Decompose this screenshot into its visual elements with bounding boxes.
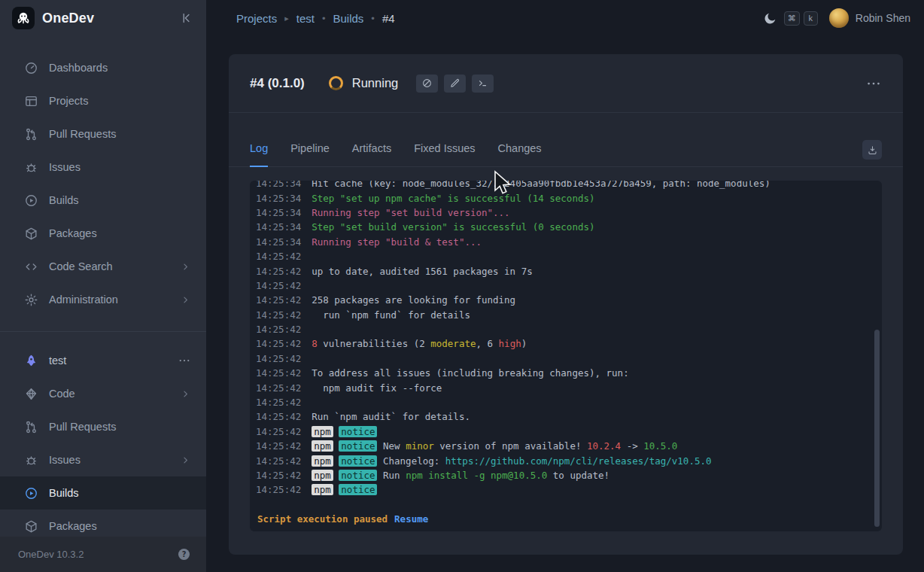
log-text: npm notice New minor version of npm avai… xyxy=(312,440,677,452)
sidebar-item-issues[interactable]: Issues xyxy=(0,151,206,184)
log-scrollbar[interactable] xyxy=(874,330,880,527)
sidebar-project-test[interactable]: test xyxy=(0,344,206,377)
edit-build-button[interactable] xyxy=(444,75,466,93)
onedev-logo-icon[interactable] xyxy=(12,7,35,29)
project-sidebar-item-issues[interactable]: Issues xyxy=(0,443,206,476)
log-timestamp: 14:25:42 xyxy=(256,470,301,481)
tab-changes[interactable]: Changes xyxy=(498,142,542,166)
project-more-button[interactable] xyxy=(178,354,191,367)
log-segment: Running step "build & test"... xyxy=(312,236,482,248)
log-segment: New xyxy=(377,440,406,452)
log-line: 14:25:428 vulnerabilities (2 moderate, 6… xyxy=(256,336,870,351)
theme-toggle-button[interactable] xyxy=(763,11,777,26)
log-line: 14:25:42npm notice Run npm install -g np… xyxy=(256,468,870,482)
log-text: Step "set build version" is successful (… xyxy=(312,221,594,233)
app-root: OneDev DashboardsProjectsPull RequestsIs… xyxy=(0,0,924,572)
sidebar-item-builds[interactable]: Builds xyxy=(0,184,206,217)
chevron-right-icon xyxy=(180,388,191,400)
build-status: Running xyxy=(352,76,398,90)
command-palette-shortcut[interactable]: ⌘k xyxy=(784,11,818,26)
sidebar-collapse-button[interactable] xyxy=(179,11,194,26)
project-sidebar-item-code[interactable]: Code xyxy=(0,377,206,410)
log-text: npm notice xyxy=(312,484,377,495)
help-button[interactable]: ? xyxy=(177,547,191,561)
log-lines: 14:25:34Hit cache (key: node_modules_32/… xyxy=(250,181,882,497)
log-text: run `npm fund` for details xyxy=(312,309,470,321)
sidebar-item-code-search[interactable]: Code Search xyxy=(0,250,206,283)
log-line: 14:25:42up to date, audited 1561 package… xyxy=(256,263,870,278)
tab-artifacts[interactable]: Artifacts xyxy=(352,142,391,166)
project-sidebar-item-builds[interactable]: Builds xyxy=(0,476,206,510)
log-line: 14:25:34Running step "set build version"… xyxy=(256,205,870,220)
log-segment: ) xyxy=(521,338,527,349)
log-timestamp: 14:25:42 xyxy=(256,338,301,349)
shortcut-key: ⌘ xyxy=(784,11,800,26)
user-name[interactable]: Robin Shen xyxy=(856,12,910,24)
chevron-right-icon xyxy=(180,455,191,466)
tab-log[interactable]: Log xyxy=(250,142,268,166)
build-header: #4 (0.1.0) Running xyxy=(229,54,903,113)
menu-item-label: Dashboards xyxy=(49,62,108,74)
sidebar-main-menu: DashboardsProjectsPull RequestsIssuesBui… xyxy=(0,36,206,316)
user-avatar[interactable] xyxy=(829,8,849,28)
sidebar-footer: OneDev 10.3.2 ? xyxy=(0,537,206,572)
sidebar-item-pull-requests[interactable]: Pull Requests xyxy=(0,117,206,151)
topbar-right: ⌘k Robin Shen xyxy=(763,8,910,28)
log-text: npm audit fix --force xyxy=(312,382,442,394)
log-timestamp: 14:25:34 xyxy=(256,236,301,248)
breadcrumb-separator: ▸ xyxy=(284,14,289,23)
log-segment: version of npm available! xyxy=(434,440,587,452)
build-log[interactable]: 14:25:34Hit cache (key: node_modules_32/… xyxy=(250,181,882,531)
sidebar-header: OneDev xyxy=(0,0,206,36)
log-line: 14:25:42 xyxy=(256,249,870,263)
log-timestamp: 14:25:42 xyxy=(256,280,301,291)
app-version: OneDev 10.3.2 xyxy=(18,549,84,560)
menu-item-label: Pull Requests xyxy=(49,421,116,433)
issues-icon xyxy=(24,453,38,467)
breadcrumb-projects[interactable]: Projects xyxy=(236,12,277,25)
breadcrumb-builds[interactable]: Builds xyxy=(333,12,363,25)
log-segment: npm xyxy=(312,484,333,495)
log-text: Step "set up npm cache" is successful (1… xyxy=(312,193,594,204)
terminal-build-button[interactable] xyxy=(472,75,494,93)
menu-item-label: Packages xyxy=(49,520,97,532)
log-timestamp: 14:25:34 xyxy=(256,193,301,204)
sidebar-item-packages[interactable]: Packages xyxy=(0,217,206,250)
log-segment: Changelog: xyxy=(377,455,445,467)
log-segment: notice xyxy=(339,470,377,481)
log-segment: npm audit fix --force xyxy=(312,382,442,394)
log-text: Run `npm audit` for details. xyxy=(312,411,470,422)
log-timestamp: 14:25:42 xyxy=(256,353,301,364)
cancel-build-button[interactable] xyxy=(416,75,438,93)
sidebar-item-projects[interactable]: Projects xyxy=(0,84,206,117)
log-segment: -> xyxy=(621,440,643,452)
log-timestamp: 14:25:42 xyxy=(256,309,301,321)
project-name: test xyxy=(49,354,66,367)
menu-item-label: Packages xyxy=(49,227,97,239)
log-segment: Run xyxy=(377,470,406,481)
sidebar-item-administration[interactable]: Administration xyxy=(0,283,206,316)
chevron-right-icon xyxy=(180,294,191,306)
resume-link[interactable]: Resume xyxy=(394,513,428,525)
build-actions xyxy=(416,75,494,93)
breadcrumb-test[interactable]: test xyxy=(296,12,315,25)
sidebar-item-dashboards[interactable]: Dashboards xyxy=(0,51,206,84)
content-area: #4 (0.1.0) Running LogPipelineArtifactsF… xyxy=(206,36,924,572)
breadcrumb: Projects▸test•Builds•#4 xyxy=(236,12,395,25)
log-line: 14:25:34Running step "build & test"... xyxy=(256,235,870,249)
log-timestamp: 14:25:34 xyxy=(256,181,301,189)
packages-icon xyxy=(24,227,38,241)
build-tabs: LogPipelineArtifactsFixed IssuesChanges xyxy=(229,113,903,167)
build-more-button[interactable] xyxy=(865,75,882,92)
tab-fixed-issues[interactable]: Fixed Issues xyxy=(414,142,475,166)
tab-pipeline[interactable]: Pipeline xyxy=(290,142,330,166)
menu-item-label: Issues xyxy=(49,161,81,173)
main-column: Projects▸test•Builds•#4 ⌘k Robin Shen #4… xyxy=(206,0,924,572)
log-segment: npm xyxy=(312,470,333,481)
project-sidebar-item-pull-requests[interactable]: Pull Requests xyxy=(0,410,206,443)
log-link[interactable]: https://github.com/npm/cli/releases/tag/… xyxy=(445,455,712,467)
log-text: Hit cache (key: node_modules_32/7c2405aa… xyxy=(312,181,771,189)
download-log-button[interactable] xyxy=(862,140,882,160)
log-segment: npm xyxy=(312,455,333,467)
shortcut-key: k xyxy=(804,11,818,26)
